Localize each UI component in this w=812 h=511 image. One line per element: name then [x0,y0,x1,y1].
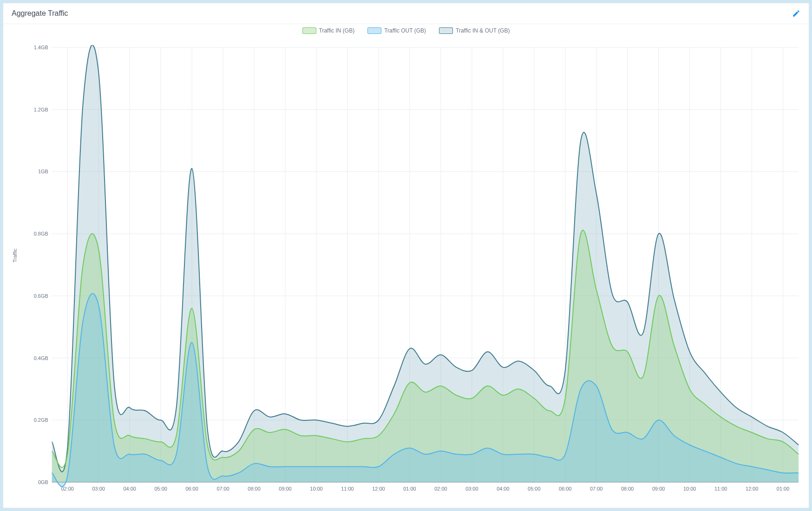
panel-header: Aggregate Traffic [3,3,809,24]
svg-text:10:00: 10:00 [310,486,322,491]
svg-text:0.6GB: 0.6GB [34,293,48,299]
svg-text:03:00: 03:00 [92,486,105,491]
svg-text:11:00: 11:00 [341,486,354,491]
legend-label: Traffic OUT (GB) [384,27,426,34]
legend-item-inout[interactable]: Traffic IN & OUT (GB) [439,27,510,34]
svg-text:0.2GB: 0.2GB [34,417,48,423]
svg-text:06:00: 06:00 [559,486,571,491]
svg-text:10:00: 10:00 [683,486,696,491]
legend-label: Traffic IN & OUT (GB) [456,27,510,34]
svg-text:06:00: 06:00 [185,486,198,491]
svg-text:08:00: 08:00 [248,486,260,491]
svg-text:0.8GB: 0.8GB [34,231,48,236]
svg-text:1.2GB: 1.2GB [34,107,48,112]
svg-text:04:00: 04:00 [123,486,136,491]
aggregate-traffic-panel: Aggregate Traffic Traffic IN (GB) Traffi… [3,3,809,508]
pencil-icon[interactable] [792,9,800,18]
svg-text:01:00: 01:00 [777,486,789,491]
svg-text:1GB: 1GB [38,169,48,174]
legend-item-in[interactable]: Traffic IN (GB) [302,27,355,34]
svg-text:1.4GB: 1.4GB [34,45,48,50]
legend-label: Traffic IN (GB) [319,27,355,34]
svg-text:01:00: 01:00 [403,486,416,491]
svg-text:09:00: 09:00 [279,486,291,491]
svg-text:0GB: 0GB [38,479,48,485]
chart-legend: Traffic IN (GB) Traffic OUT (GB) Traffic… [3,24,809,37]
svg-text:11:00: 11:00 [714,486,727,491]
traffic-chart: 0GB0.2GB0.4GB0.6GB0.8GB1GB1.2GB1.4GB02:0… [26,45,803,494]
panel-title: Aggregate Traffic [12,9,68,18]
svg-text:12:00: 12:00 [746,486,758,491]
svg-text:05:00: 05:00 [528,486,540,491]
legend-item-out[interactable]: Traffic OUT (GB) [367,27,426,34]
svg-text:07:00: 07:00 [590,486,602,491]
svg-text:12:00: 12:00 [372,486,385,491]
svg-text:03:00: 03:00 [465,486,478,491]
y-axis-title: Traffic [12,249,18,262]
svg-text:08:00: 08:00 [621,486,634,491]
svg-text:02:00: 02:00 [434,486,447,491]
svg-text:07:00: 07:00 [216,486,229,491]
svg-text:0.4GB: 0.4GB [34,355,48,361]
svg-text:09:00: 09:00 [652,486,665,491]
chart-area: 0GB0.2GB0.4GB0.6GB0.8GB1GB1.2GB1.4GB02:0… [26,45,803,494]
svg-text:04:00: 04:00 [497,486,509,491]
svg-text:05:00: 05:00 [154,486,167,491]
